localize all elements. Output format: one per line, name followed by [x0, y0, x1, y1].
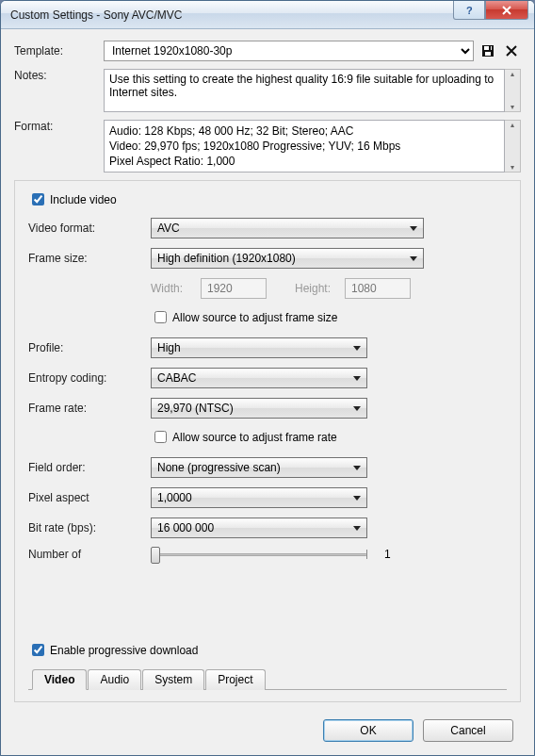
framerate-select[interactable]: 29,970 (NTSC) — [151, 398, 367, 419]
numberof-label: Number of — [28, 548, 151, 561]
save-template-icon[interactable] — [478, 41, 497, 60]
template-label: Template: — [14, 44, 104, 58]
format-summary: Audio: 128 Kbps; 48 000 Hz; 32 Bit; Ster… — [104, 120, 505, 173]
video-format-select[interactable]: AVC — [151, 218, 424, 238]
cancel-button[interactable]: Cancel — [423, 719, 513, 742]
framerate-label: Frame rate: — [28, 402, 151, 415]
frame-size-select[interactable]: High definition (1920x1080) — [151, 248, 424, 269]
format-label: Format: — [14, 120, 104, 133]
field-order-select[interactable]: None (progressive scan) — [151, 457, 367, 478]
profile-label: Profile: — [28, 341, 151, 354]
content-area: Template: Internet 1920x1080-30p Notes: … — [1, 29, 534, 755]
height-label: Height: — [295, 282, 337, 295]
video-format-label: Video format: — [28, 222, 151, 235]
bitrate-label: Bit rate (bps): — [28, 521, 151, 534]
notes-scrollbar[interactable]: ▴▾ — [505, 69, 521, 112]
width-input: 1920 — [201, 278, 267, 299]
video-group: Include video Video format: AVC Frame si… — [14, 180, 521, 702]
entropy-label: Entropy coding: — [28, 371, 151, 385]
notes-textarea[interactable]: Use this setting to create the highest q… — [104, 69, 505, 112]
tab-video[interactable]: Video — [32, 669, 87, 690]
tab-audio[interactable]: Audio — [88, 669, 141, 690]
include-video-checkbox[interactable]: Include video — [28, 190, 507, 208]
frame-size-label: Frame size: — [28, 252, 151, 265]
pixel-aspect-select[interactable]: 1,0000 — [151, 487, 367, 508]
footer: OK Cancel — [14, 708, 521, 746]
delete-template-icon[interactable] — [502, 41, 521, 60]
svg-text:?: ? — [466, 5, 473, 16]
numberof-value: 1 — [384, 548, 391, 561]
pixel-aspect-label: Pixel aspect — [28, 491, 151, 504]
entropy-select[interactable]: CABAC — [151, 368, 367, 388]
allow-adjust-size-checkbox[interactable]: Allow source to adjust frame size — [151, 308, 507, 326]
tab-system[interactable]: System — [142, 669, 204, 690]
close-button[interactable] — [485, 1, 528, 20]
bitrate-select[interactable]: 16 000 000 — [151, 518, 367, 538]
allow-adjust-rate-checkbox[interactable]: Allow source to adjust frame rate — [151, 428, 507, 446]
svg-rect-3 — [485, 52, 491, 56]
width-label: Width: — [151, 282, 193, 295]
notes-label: Notes: — [14, 69, 104, 82]
template-select[interactable]: Internet 1920x1080-30p — [104, 41, 474, 61]
window-title: Custom Settings - Sony AVC/MVC — [10, 8, 183, 22]
ok-button[interactable]: OK — [323, 719, 413, 742]
svg-rect-4 — [489, 46, 491, 50]
height-input: 1080 — [345, 278, 411, 299]
dialog-window: Custom Settings - Sony AVC/MVC ? Templat… — [0, 0, 535, 756]
tab-bar: Video Audio System Project — [28, 668, 507, 690]
format-scrollbar[interactable]: ▴▾ — [505, 120, 521, 173]
titlebar: Custom Settings - Sony AVC/MVC ? — [1, 1, 534, 29]
help-button[interactable]: ? — [453, 1, 485, 20]
tab-project[interactable]: Project — [205, 669, 265, 690]
progressive-download-checkbox[interactable]: Enable progressive download — [28, 641, 507, 659]
numberof-slider[interactable] — [151, 553, 367, 556]
profile-select[interactable]: High — [151, 337, 367, 358]
field-order-label: Field order: — [28, 461, 151, 474]
